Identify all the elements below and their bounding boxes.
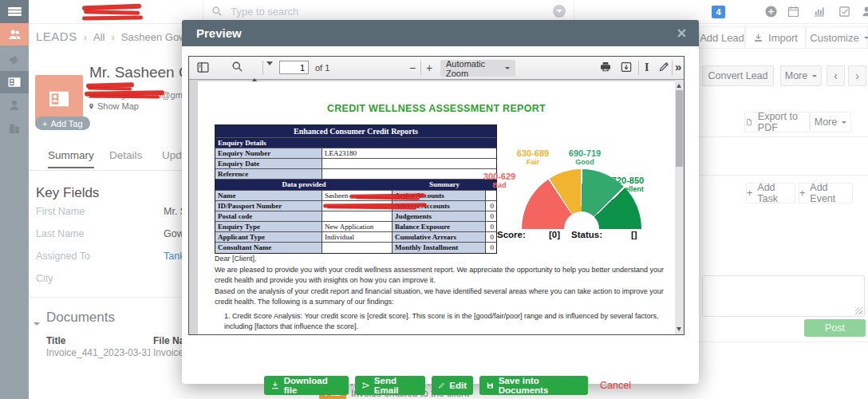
hamburger-menu-icon[interactable] [0,0,29,23]
crm-app: 4 LEADS › All › Sasheen Gowthu... Add Le… [0,0,868,399]
reports-chart-icon[interactable] [812,5,826,22]
chevron-down-icon [812,75,817,77]
tab-summary[interactable]: Summary [48,149,94,168]
gauge-hole [564,211,599,229]
prev-record-button[interactable]: ‹ [827,65,845,86]
enquiry-label: Enquiry Date [215,159,322,169]
page-down-icon[interactable] [266,65,273,80]
summary-label: Balance Exposure [393,222,486,232]
letter-salutation: Dear [Client], [215,254,665,265]
record-tabs: Summary Details Updates [29,146,182,171]
scrollbar-thumb[interactable] [676,90,683,167]
search-icon [211,6,223,17]
user-profile-icon[interactable] [860,5,868,22]
contacts-card-icon[interactable] [0,71,29,93]
leads-module-icon[interactable] [0,23,29,45]
next-record-button[interactable]: › [848,65,866,86]
scroll-up-icon[interactable] [677,84,681,88]
document-row-title[interactable]: Invoice_441_2023-03-31 S... [46,347,150,358]
search-scope-chevron-icon[interactable] [553,5,566,18]
scroll-down-icon[interactable] [677,327,681,331]
more-button[interactable]: More [780,65,822,86]
customize-button[interactable]: Customize [806,26,868,49]
notification-count-badge[interactable]: 4 [712,6,725,18]
summary-value: 0 [486,222,496,232]
campaigns-megaphone-icon[interactable] [0,48,29,70]
page-number-input[interactable] [279,61,309,74]
detail-more-button[interactable]: More [810,112,851,132]
add-event-button[interactable]: +Add Event [799,183,853,203]
map-pin-icon [88,102,95,111]
add-lead-button[interactable]: Add Lead [699,26,745,49]
data-value [322,243,393,253]
gauge-label-good: 690-719Good [561,148,609,166]
summary-label: Monthly Installment [393,243,486,253]
cancel-button[interactable]: Cancel [600,380,631,391]
sidebar-toggle-icon[interactable] [196,61,210,77]
breadcrumb-module[interactable]: LEADS [36,30,77,43]
field-label: Last Name [36,228,84,239]
report-title: CREDIT WELLNESS ASSESSMENT REPORT [198,103,675,114]
organizations-building-icon[interactable] [0,117,29,140]
add-tag-button[interactable]: + Add Tag [35,117,90,130]
tasks-checkbox-icon[interactable] [838,5,851,22]
gauge-label-bad: 300-629Bad [477,172,522,189]
documents-title[interactable]: Documents [46,310,115,326]
send-email-button[interactable]: Send Email [355,376,425,395]
modal-title: Preview [196,26,242,40]
lead-name-title: Mr. Sasheen Gowth [89,64,182,83]
add-task-button[interactable]: +Add Task [746,183,795,203]
summary-value: 0 [486,243,496,253]
quick-add-icon[interactable] [764,5,778,22]
data-value: New Application [322,222,393,232]
field-label: Assigned To [36,251,90,262]
field-value: Gowt [164,228,182,239]
document-row-filename[interactable]: Invoice_ [153,347,182,358]
summary-value: 0 [486,201,496,211]
field-value-assigned-to[interactable]: Tank [164,251,182,262]
enquiry-label: Enquiry Number [215,148,322,159]
download-file-button[interactable]: Download file [264,376,349,395]
search-input[interactable] [229,5,546,18]
person-module-icon[interactable] [0,94,29,117]
calendar-icon[interactable] [787,5,800,22]
breadcrumb-all[interactable]: All [93,31,105,43]
pdf-scrollbar[interactable] [675,80,684,335]
page-up-icon[interactable] [251,65,258,79]
find-in-document-icon[interactable] [231,61,243,76]
summary-value: 0 [486,232,496,243]
summary-value [486,191,496,201]
print-icon[interactable] [599,61,612,77]
data-value: Individual [322,232,393,243]
zoom-out-icon[interactable]: − [409,61,416,74]
data-provided-header: Data provided [215,180,393,191]
data-label: Applicant Type [215,232,322,243]
enquiry-value [322,169,496,180]
comment-textarea[interactable] [702,275,865,317]
toolbar-expand-icon[interactable]: » [675,60,681,73]
lead-avatar [35,75,83,123]
show-map-link[interactable]: Show Map [88,101,139,111]
enquiry-section-header: Enquiry Details [215,138,496,148]
import-button[interactable]: Import [745,26,806,49]
field-value: Mr. S [164,206,182,217]
letter-paragraph: We are pleased to provide you with your … [215,265,665,286]
export-to-pdf-button[interactable]: Export to PDF [744,112,810,132]
letter-paragraph: Based on the analysis of your credit rep… [215,286,665,308]
zoom-select[interactable]: Automatic Zoom [440,60,515,77]
tab-details[interactable]: Details [109,149,142,167]
save-into-documents-button[interactable]: Save into Documents [479,376,588,395]
download-icon[interactable] [620,61,633,77]
convert-lead-button[interactable]: Convert Lead [702,65,774,86]
close-icon[interactable] [676,27,688,39]
table-header: Enhanced Consumer Credit Reports [215,125,496,138]
annotate-pencil-icon[interactable] [658,61,670,76]
post-button[interactable]: Post [804,319,866,337]
pdf-viewer: of 1 − + Automatic Zoom I [188,56,685,335]
plus-icon: + [42,119,47,128]
zoom-in-icon[interactable]: + [426,61,432,74]
edit-button[interactable]: Edit [432,376,473,395]
resize-grip[interactable] [855,307,862,314]
collapse-chevron-icon[interactable] [34,314,40,329]
text-select-icon[interactable]: I [645,61,649,74]
